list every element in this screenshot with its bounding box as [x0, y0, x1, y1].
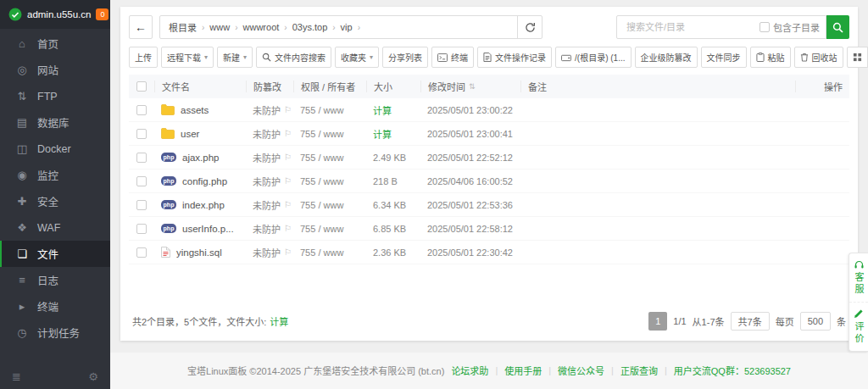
col-modified-time[interactable]: 修改时间⇅ [420, 81, 520, 92]
sort-icon[interactable]: ⇅ [469, 82, 476, 91]
search-input[interactable] [625, 21, 755, 33]
file-name[interactable]: config.php [182, 176, 227, 186]
sidebar-item-home[interactable]: ⌂ 首页 [0, 31, 110, 57]
tamper-flag-icon[interactable]: ⚐ [284, 247, 292, 257]
modified-time: 2025/05/01 23:00:22 [420, 105, 520, 115]
file-log-button[interactable]: 文件操作记录 [477, 47, 552, 68]
file-size: 2.36 KB [366, 247, 420, 258]
refresh-button[interactable] [517, 16, 542, 38]
sidebar-item-logs[interactable]: ≡ 日志 [0, 267, 110, 293]
message-count-badge[interactable]: 0 [96, 8, 108, 20]
tamper-flag-icon[interactable]: ⚐ [284, 200, 292, 209]
file-name[interactable]: userInfo.p... [182, 224, 234, 234]
file-name[interactable]: yingshi.sql [176, 247, 222, 258]
content-search-button[interactable]: 文件内容搜索 [256, 47, 331, 68]
sidebar-item-monitor[interactable]: ◉ 监控 [0, 162, 110, 188]
tamper-flag-icon[interactable]: ⚐ [284, 176, 292, 186]
sidebar-settings-icon[interactable]: ⚙ [88, 370, 98, 383]
sidebar-item-terminal[interactable]: ▸ 终端 [0, 293, 110, 320]
breadcrumb-03ys-top[interactable]: 03ys.top [292, 22, 328, 32]
chevron-down-icon: ▾ [243, 53, 247, 61]
wechat-link[interactable]: 微信公众号 [558, 364, 604, 377]
sidebar-item-docker[interactable]: ◫ Docker [0, 136, 110, 162]
table-row[interactable]: php config.php 未防护⚐ 755 / www 218 B 2025… [129, 169, 849, 193]
back-button[interactable]: ← [129, 15, 153, 39]
tamper-flag-icon[interactable]: ⚐ [284, 129, 292, 138]
remote-download-button[interactable]: 远程下载▾ [161, 47, 214, 68]
select-all-checkbox[interactable] [136, 81, 147, 92]
sidebar-item-database[interactable]: ▤ 数据库 [0, 109, 110, 136]
include-subdir-checkbox[interactable] [760, 22, 770, 32]
sidebar-item-security[interactable]: ✚ 安全 [0, 188, 110, 214]
file-name[interactable]: user [181, 129, 199, 139]
sidebar-item-files[interactable]: ❏ 文件 [0, 241, 110, 267]
breadcrumb: 根目录 › www › wwwroot › 03ys.top › vip › [159, 15, 542, 39]
permission-owner: 755 / www [293, 153, 366, 163]
modified-time: 2025/04/06 16:00:52 [420, 176, 520, 186]
share-list-button[interactable]: 分享列表 [382, 47, 428, 68]
table-row[interactable]: user 未防护⚐ 755 / www 计算 2025/05/01 23:00:… [129, 122, 849, 146]
chevron-down-icon: ▾ [370, 53, 373, 61]
paste-button[interactable]: 粘贴 [750, 47, 791, 68]
license-check-link[interactable]: 正版查询 [620, 364, 658, 377]
col-action: 操作 [795, 81, 849, 92]
size-calc-link[interactable]: 计算 [373, 103, 392, 117]
page-range: 从1-7条 [693, 314, 725, 328]
disk-select-button[interactable]: /(根目录) (1... [555, 47, 631, 68]
upload-button[interactable]: 上传 [129, 47, 158, 68]
breadcrumb-www[interactable]: www [209, 22, 230, 32]
tamper-flag-icon[interactable]: ⚐ [284, 105, 292, 114]
row-checkbox[interactable] [136, 153, 147, 163]
col-filename: 文件名 [154, 81, 246, 92]
recycle-bin-button[interactable]: 回收站 [794, 47, 843, 68]
tamper-flag-icon[interactable]: ⚐ [284, 153, 292, 162]
permission-owner: 755 / www [293, 247, 366, 258]
new-button[interactable]: 新建▾ [217, 47, 253, 68]
favorites-button[interactable]: 收藏夹▾ [335, 47, 379, 68]
row-checkbox[interactable] [136, 105, 147, 115]
php-file-icon: php [161, 200, 176, 209]
tamper-flag-icon[interactable]: ⚐ [284, 224, 292, 233]
tamper-proof-button[interactable]: 企业级防篡改 [635, 47, 698, 68]
search-button[interactable] [826, 15, 849, 39]
table-row[interactable]: php index.php 未防护⚐ 755 / www 6.34 KB 202… [129, 193, 849, 217]
row-checkbox[interactable] [136, 200, 147, 210]
sidebar-item-site[interactable]: ◎ 网站 [0, 57, 110, 83]
table-row[interactable]: php userInfo.p... 未防护⚐ 755 / www 6.85 KB… [129, 217, 849, 241]
table-row[interactable]: assets 未防护⚐ 755 / www 计算 2025/05/01 23:0… [129, 98, 849, 122]
terminal-button[interactable]: 终端 [431, 47, 474, 68]
sidebar-item-waf[interactable]: ❖ WAF [0, 214, 110, 241]
pencil-icon [854, 308, 864, 319]
page-number-current[interactable]: 1 [648, 312, 667, 331]
ftp-icon: ⇅ [15, 90, 29, 103]
size-calc-all-link[interactable]: 计算 [270, 314, 288, 328]
col-permission-owner: 权限 / 所有者 [293, 81, 366, 92]
table-row[interactable]: yingshi.sql 未防护⚐ 755 / www 2.36 KB 2025/… [129, 241, 849, 264]
customer-service-button[interactable]: 客服 [849, 253, 868, 302]
sidebar-item-ftp[interactable]: ⇅ FTP [0, 83, 110, 109]
row-checkbox[interactable] [136, 247, 147, 258]
table-row[interactable]: php ajax.php 未防护⚐ 755 / www 2.49 KB 2025… [129, 146, 849, 169]
row-checkbox[interactable] [136, 176, 147, 186]
security-icon: ✚ [15, 195, 29, 208]
manual-link[interactable]: 使用手册 [504, 364, 542, 377]
sidebar-item-cron[interactable]: ◷ 计划任务 [0, 320, 110, 346]
include-subdir-option[interactable]: 包含子目录 [760, 20, 820, 34]
grid-view-button[interactable] [847, 47, 868, 68]
home-icon: ⌂ [15, 37, 29, 50]
file-name[interactable]: ajax.php [182, 153, 219, 163]
forum-help-link[interactable]: 论坛求助 [451, 364, 488, 377]
breadcrumb-vip[interactable]: vip [341, 22, 353, 32]
collapse-sidebar-icon[interactable]: ≣ [12, 370, 21, 383]
breadcrumb-root[interactable]: 根目录 [169, 20, 197, 34]
row-checkbox[interactable] [136, 129, 147, 139]
size-calc-link[interactable]: 计算 [373, 127, 392, 141]
breadcrumb-wwwroot[interactable]: wwwroot [243, 22, 280, 32]
file-name[interactable]: assets [181, 105, 209, 115]
row-checkbox[interactable] [136, 224, 147, 234]
feedback-button[interactable]: 评价 [849, 302, 868, 351]
per-page-select[interactable]: 500 [800, 312, 831, 331]
file-sync-button[interactable]: 文件同步 [701, 47, 747, 68]
file-name[interactable]: index.php [182, 200, 225, 210]
sidebar-item-label: 监控 [37, 167, 58, 183]
